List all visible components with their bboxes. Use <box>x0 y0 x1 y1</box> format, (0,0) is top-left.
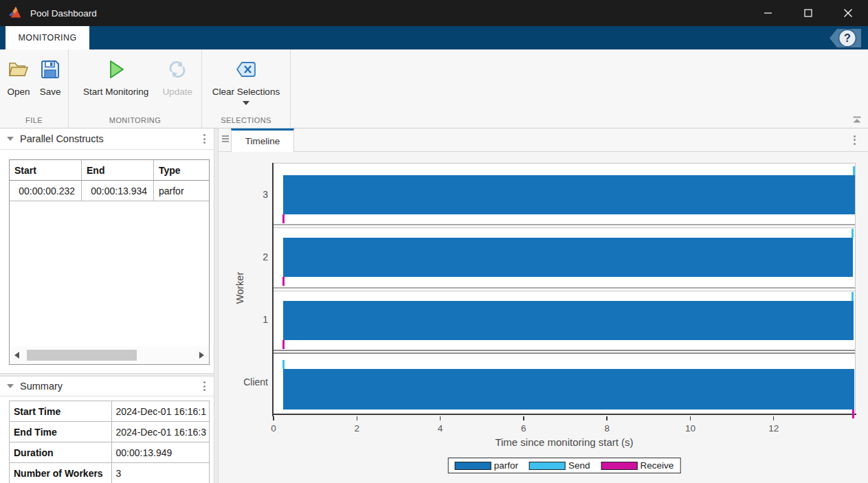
window-title: Pool Dashboard <box>30 8 97 19</box>
column-header-start: Start <box>10 160 82 181</box>
lane-separator <box>274 350 855 354</box>
summary-row: Start Time 2024-Dec-01 16:16:1 <box>10 401 210 422</box>
legend-swatch <box>529 462 566 470</box>
summary-table: Start Time 2024-Dec-01 16:16:1 End Time … <box>9 401 210 483</box>
summary-row: Number of Workers 3 <box>10 463 210 483</box>
x-tick <box>773 416 775 420</box>
collapse-ribbon-icon[interactable] <box>852 115 862 124</box>
x-tick <box>690 416 691 420</box>
parallel-constructs-menu-icon[interactable] <box>202 133 207 145</box>
timeline-plot[interactable]: 321Client024681012 <box>273 163 856 415</box>
receive-tick[interactable] <box>282 340 285 349</box>
x-tick-label: 8 <box>593 423 621 434</box>
sidebar-splitter[interactable] <box>214 128 219 483</box>
toolbar-group-selections: Clear Selections SELECTIONS <box>202 49 291 128</box>
legend-swatch <box>601 462 638 470</box>
scroll-right-icon[interactable] <box>199 352 204 359</box>
titlebar: Pool Dashboard <box>0 0 868 26</box>
legend-swatch <box>455 462 491 470</box>
toolbar-group-monitoring: Start Monitoring Update MONITORING <box>69 49 202 128</box>
y-tick-label: 1 <box>220 314 268 325</box>
minimize-button[interactable] <box>748 0 788 26</box>
parallel-constructs-body: Start End Type 00:00:00.232 00:00:13.934… <box>0 150 214 373</box>
parfor-bar[interactable] <box>283 369 854 409</box>
y-tick-label: 3 <box>220 189 268 200</box>
table-row[interactable]: 00:00:00.232 00:00:13.934 parfor <box>10 181 209 201</box>
send-tick[interactable] <box>282 360 285 369</box>
panel-handle-icon[interactable] <box>222 135 229 142</box>
clear-selection-icon <box>235 58 257 81</box>
x-tick-label: 0 <box>260 423 287 434</box>
summary-row: Duration 00:00:13.949 <box>10 442 210 463</box>
y-tick-label: Client <box>220 377 268 387</box>
collapse-summary-icon[interactable] <box>7 384 14 388</box>
save-icon <box>40 58 60 81</box>
x-tick <box>606 416 608 420</box>
group-label-file: FILE <box>0 116 68 124</box>
send-tick[interactable] <box>853 166 855 175</box>
table-header-row: Start End Type <box>10 160 209 181</box>
legend-label: Receive <box>641 460 674 471</box>
summary-header: Summary <box>0 377 214 396</box>
pool-dashboard-window: Pool Dashboard MONITORING ? <box>0 0 868 483</box>
parallel-constructs-header: Parallel Constructs <box>0 128 214 150</box>
x-axis <box>272 414 856 415</box>
y-axis-label: Worker <box>234 271 245 303</box>
column-header-end: End <box>82 160 154 181</box>
x-axis-label: Time since monitoring start (s) <box>273 436 856 448</box>
x-tick <box>440 416 441 420</box>
parallel-constructs-title: Parallel Constructs <box>20 133 104 144</box>
folder-open-icon <box>8 58 30 81</box>
x-tick <box>523 416 524 420</box>
main-area: Parallel Constructs Start End Type 00:00… <box>0 128 868 483</box>
group-label-selections: SELECTIONS <box>202 116 290 124</box>
receive-tick[interactable] <box>282 214 285 223</box>
x-tick-label: 4 <box>427 423 454 434</box>
play-icon <box>105 58 127 81</box>
sidebar: Parallel Constructs Start End Type 00:00… <box>0 128 214 483</box>
summary-row: End Time 2024-Dec-01 16:16:3 <box>10 422 210 442</box>
start-monitoring-button[interactable]: Start Monitoring <box>83 58 148 97</box>
clear-selections-dropdown-caret[interactable] <box>243 101 249 105</box>
horizontal-scrollbar[interactable] <box>10 346 209 364</box>
x-tick-label: 2 <box>343 423 370 434</box>
scroll-left-icon[interactable] <box>14 352 19 359</box>
x-tick-label: 10 <box>676 423 704 434</box>
maximize-button[interactable] <box>788 0 828 26</box>
tab-timeline[interactable]: Timeline <box>231 128 294 152</box>
send-tick[interactable] <box>852 229 854 238</box>
svg-text:?: ? <box>844 32 851 44</box>
collapse-parallel-constructs-icon[interactable] <box>7 137 14 141</box>
save-button[interactable]: Save <box>40 58 61 97</box>
timeline-content: 321Client024681012 Worker Time since mon… <box>219 152 868 483</box>
legend-label: parfor <box>494 460 518 471</box>
timeline-panel: Timeline 321Client024681012 Worker Time … <box>219 128 868 483</box>
send-tick[interactable] <box>852 292 854 301</box>
update-button[interactable]: Update <box>162 58 192 97</box>
ribbon-tabstrip: MONITORING ? <box>0 26 868 49</box>
summary-title: Summary <box>20 381 63 392</box>
parfor-bar[interactable] <box>283 175 855 214</box>
receive-tick[interactable] <box>852 409 854 418</box>
timeline-menu-icon[interactable] <box>852 134 857 146</box>
chart-legend: parforSendReceive <box>448 458 681 473</box>
parfor-bar[interactable] <box>283 301 854 340</box>
group-label-monitoring: MONITORING <box>69 116 201 124</box>
tab-monitoring[interactable]: MONITORING <box>5 26 89 49</box>
receive-tick[interactable] <box>282 277 285 286</box>
toolbar-group-file: Open Save FILE <box>0 49 69 128</box>
open-button[interactable]: Open <box>8 58 30 97</box>
parallel-constructs-table: Start End Type 00:00:00.232 00:00:13.934… <box>9 159 210 365</box>
refresh-icon <box>167 58 188 81</box>
x-tick-label: 6 <box>510 423 537 434</box>
scrollbar-thumb[interactable] <box>27 350 137 361</box>
legend-item: Send <box>529 460 590 471</box>
column-header-type: Type <box>154 160 209 181</box>
close-button[interactable] <box>828 0 868 26</box>
matlab-logo-icon <box>8 5 23 21</box>
help-button[interactable]: ? <box>823 28 861 48</box>
clear-selections-button[interactable]: Clear Selections <box>212 58 280 105</box>
summary-menu-icon[interactable] <box>202 380 207 392</box>
parfor-bar[interactable] <box>283 238 853 277</box>
timeline-tabbar: Timeline <box>219 128 868 152</box>
